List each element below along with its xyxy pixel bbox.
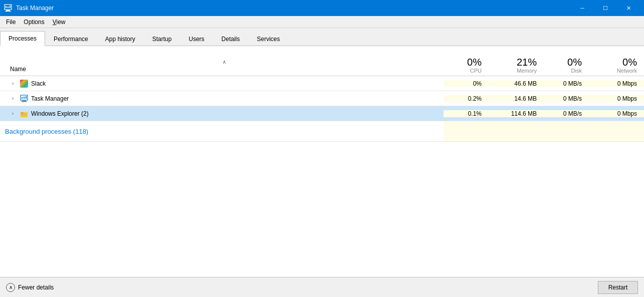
cpu-column-header[interactable]: 0% CPU (444, 57, 489, 75)
svg-rect-7 (22, 97, 23, 99)
window-title: Task Manager (16, 5, 571, 12)
bg-disk (544, 121, 589, 141)
column-headers: ∧ Name 0% CPU 21% Memory 0% Disk 0% Netw… (0, 46, 644, 76)
maximize-button[interactable]: ☐ (594, 0, 617, 16)
menu-view[interactable]: View (49, 18, 70, 27)
process-name: › Windows Explorer (2) (0, 110, 444, 118)
disk-label: Disk (544, 68, 582, 74)
tab-performance[interactable]: Performance (45, 31, 97, 46)
menu-options[interactable]: Options (20, 18, 48, 27)
process-name: › Slack (0, 80, 444, 88)
tab-startup[interactable]: Startup (144, 31, 180, 46)
disk-column-header[interactable]: 0% Disk (544, 57, 589, 75)
expand-arrow[interactable]: › (12, 111, 17, 116)
bg-network (589, 121, 644, 141)
fewer-details-button[interactable]: ∧ Fewer details (6, 283, 54, 292)
svg-rect-5 (10, 6, 11, 8)
svg-rect-15 (21, 114, 27, 115)
fewer-details-icon: ∧ (6, 283, 15, 292)
expand-arrow[interactable]: › (12, 81, 17, 86)
menu-bar: File Options View (0, 16, 644, 28)
bg-cpu (444, 121, 489, 141)
table-row[interactable]: › Windows Explorer (2) 0.1% 114.6 MB 0 M… (0, 106, 644, 121)
memory-label: Memory (489, 68, 537, 74)
memory-value: 46.6 MB (489, 80, 544, 87)
menu-file[interactable]: File (2, 18, 20, 27)
memory-percent: 21% (489, 57, 537, 68)
svg-rect-14 (21, 112, 24, 114)
main-content: ∧ Name 0% CPU 21% Memory 0% Disk 0% Netw… (0, 46, 644, 277)
cpu-percent: 0% (444, 57, 482, 68)
process-list[interactable]: › Slack 0% 46.6 MB 0 MB/s 0 Mbps › Task … (0, 76, 644, 277)
expand-arrow[interactable]: › (12, 96, 17, 101)
process-name: › Task Manager (0, 95, 444, 103)
bg-memory (489, 121, 544, 141)
cpu-value: 0% (444, 80, 489, 87)
window-controls: ─ ☐ ✕ (571, 0, 640, 16)
task-manager-icon (20, 95, 28, 103)
svg-rect-1 (6, 10, 10, 11)
footer: ∧ Fewer details Restart (0, 277, 644, 297)
svg-rect-9 (26, 96, 27, 99)
app-icon (4, 4, 12, 12)
network-percent: 0% (589, 57, 637, 68)
table-row[interactable]: › Task Manager 0.2% 14.6 MB 0 MB/s 0 Mbp… (0, 91, 644, 106)
memory-value: 14.6 MB (489, 95, 544, 102)
cpu-value: 0.1% (444, 110, 489, 117)
tab-services[interactable]: Services (249, 31, 289, 46)
network-label: Network (589, 68, 637, 74)
background-processes-label: Background processes (118) (0, 128, 444, 135)
background-processes-row[interactable]: Background processes (118) (0, 121, 644, 142)
svg-rect-3 (6, 6, 7, 8)
cpu-label: CPU (444, 68, 482, 74)
memory-value: 114.6 MB (489, 110, 544, 117)
svg-rect-2 (5, 11, 11, 12)
disk-value: 0 MB/s (544, 110, 589, 117)
network-value: 0 Mbps (589, 95, 644, 102)
disk-value: 0 MB/s (544, 80, 589, 87)
svg-rect-10 (22, 101, 26, 102)
sort-arrow: ∧ (5, 59, 444, 66)
tab-details[interactable]: Details (213, 31, 249, 46)
name-column-header[interactable]: ∧ Name (0, 59, 444, 75)
minimize-button[interactable]: ─ (571, 0, 594, 16)
network-column-header[interactable]: 0% Network (589, 57, 644, 75)
svg-rect-11 (21, 101, 27, 102)
tab-processes[interactable]: Processes (0, 31, 45, 46)
disk-percent: 0% (544, 57, 582, 68)
network-value: 0 Mbps (589, 80, 644, 87)
cpu-value: 0.2% (444, 95, 489, 102)
network-value: 0 Mbps (589, 110, 644, 117)
tab-users[interactable]: Users (180, 31, 212, 46)
close-button[interactable]: ✕ (617, 0, 640, 16)
restart-button[interactable]: Restart (598, 281, 638, 294)
svg-rect-8 (24, 97, 25, 99)
explorer-icon (20, 110, 28, 118)
svg-rect-4 (8, 7, 9, 8)
svg-rect-13 (21, 113, 28, 117)
menu-view-label: V (53, 19, 57, 26)
title-bar: Task Manager ─ ☐ ✕ (0, 0, 644, 16)
fewer-details-label: Fewer details (18, 284, 54, 291)
disk-value: 0 MB/s (544, 95, 589, 102)
table-row[interactable]: › Slack 0% 46.6 MB 0 MB/s 0 Mbps (0, 76, 644, 91)
memory-column-header[interactable]: 21% Memory (489, 57, 544, 75)
tab-app-history[interactable]: App history (97, 31, 144, 46)
tab-bar: Processes Performance App history Startu… (0, 28, 644, 46)
slack-icon (20, 80, 28, 88)
